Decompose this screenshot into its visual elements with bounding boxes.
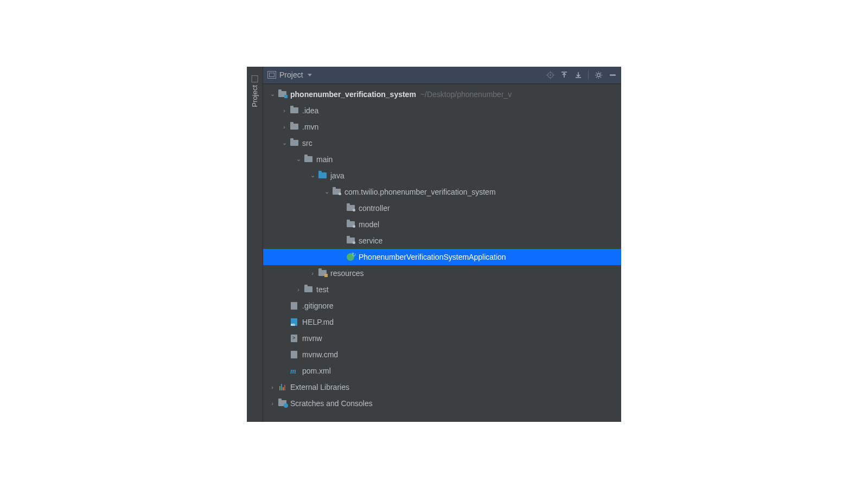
node-label: java — [330, 171, 344, 180]
folder-icon — [252, 75, 258, 82]
shell-file-icon — [289, 334, 299, 343]
node-label: .gitignore — [302, 301, 334, 310]
folder-icon — [289, 106, 299, 115]
module-folder-icon — [277, 90, 287, 99]
node-label: Scratches and Consoles — [290, 399, 373, 408]
node-label: src — [302, 139, 312, 147]
chevron-right-icon[interactable]: › — [280, 107, 288, 114]
collapse-all-icon[interactable] — [574, 70, 583, 79]
tree-node-src[interactable]: ⌄ src — [263, 135, 621, 151]
tree-node-pomxml[interactable]: › m pom.xml — [263, 363, 621, 379]
spring-class-icon — [346, 253, 355, 261]
project-tab-vertical[interactable]: Project — [251, 73, 259, 109]
svg-point-1 — [550, 74, 551, 76]
folder-icon — [303, 155, 313, 164]
tree-node-scratches[interactable]: › Scratches and Consoles — [263, 395, 621, 412]
chevron-down-icon[interactable]: ⌄ — [323, 188, 330, 195]
package-icon — [331, 188, 341, 196]
chevron-right-icon[interactable]: › — [269, 400, 276, 407]
source-folder-icon — [317, 171, 327, 180]
project-tool-window: Project Project — [247, 67, 621, 422]
tree-node-resources[interactable]: › resources — [263, 265, 621, 281]
package-icon — [346, 204, 355, 213]
left-toolwindow-stripe: Project — [247, 67, 263, 422]
tree-node-mvnw[interactable]: › mvnw — [263, 330, 621, 346]
tree-node-app-class[interactable]: › PhonenumberVerificationSystemApplicati… — [263, 249, 621, 265]
hide-icon[interactable] — [608, 70, 617, 79]
tree-node-mvnwcmd[interactable]: › mvnw.cmd — [263, 346, 621, 363]
tree-node-main[interactable]: ⌄ main — [263, 151, 621, 168]
package-icon — [346, 220, 355, 229]
node-path-hint: ~/Desktop/phonenumber_v — [420, 90, 512, 99]
node-label: pom.xml — [302, 367, 331, 375]
tree-node-root[interactable]: ⌄ phonenumber_verification_system ~/Desk… — [263, 86, 621, 102]
node-label: phonenumber_verification_system — [290, 90, 416, 99]
project-tree[interactable]: ⌄ phonenumber_verification_system ~/Desk… — [263, 84, 621, 422]
tree-node-mvn[interactable]: › .mvn — [263, 119, 621, 135]
node-label: com.twilio.phonenumber_verification_syst… — [344, 188, 496, 196]
tree-node-service[interactable]: › service — [263, 233, 621, 249]
expand-all-icon[interactable] — [560, 70, 569, 79]
node-label: test — [316, 285, 329, 294]
toolbar-title: Project — [279, 70, 303, 79]
chevron-down-icon[interactable]: ⌄ — [295, 156, 302, 163]
project-toolbar: Project — [263, 67, 621, 84]
chevron-right-icon[interactable]: › — [295, 286, 302, 293]
chevron-down-icon[interactable]: ⌄ — [269, 91, 276, 98]
node-label: controller — [359, 204, 390, 213]
locate-icon[interactable] — [546, 70, 554, 79]
toolbar-separator — [588, 70, 589, 80]
main-panel: Project — [263, 67, 621, 422]
libraries-icon — [277, 383, 287, 391]
gear-icon[interactable] — [594, 70, 603, 79]
node-label: main — [316, 155, 333, 164]
tab-label: Project — [251, 85, 259, 107]
tree-node-idea[interactable]: › .idea — [263, 102, 621, 119]
tree-node-package[interactable]: ⌄ com.twilio.phonenumber_verification_sy… — [263, 184, 621, 200]
node-label: mvnw — [302, 334, 322, 343]
node-label: .mvn — [302, 123, 318, 131]
folder-icon — [289, 139, 299, 147]
tree-node-java[interactable]: ⌄ java — [263, 168, 621, 184]
node-label: service — [359, 236, 382, 245]
tree-node-model[interactable]: › model — [263, 216, 621, 233]
markdown-file-icon — [289, 318, 299, 326]
scratches-icon — [277, 399, 287, 408]
node-label: HELP.md — [302, 318, 334, 326]
folder-icon — [303, 285, 313, 294]
project-view-icon — [267, 71, 276, 79]
tree-node-helpmd[interactable]: › HELP.md — [263, 314, 621, 330]
chevron-right-icon[interactable]: › — [280, 124, 288, 130]
toolbar-left: Project — [267, 70, 541, 79]
toolbar-right — [546, 70, 617, 80]
node-label: External Libraries — [290, 383, 349, 391]
node-label: .idea — [302, 106, 318, 115]
maven-file-icon: m — [289, 367, 299, 375]
view-dropdown-arrow[interactable] — [308, 74, 312, 76]
node-label: resources — [330, 269, 363, 278]
file-icon — [289, 350, 299, 359]
package-icon — [346, 236, 355, 245]
resources-folder-icon — [317, 269, 327, 278]
chevron-right-icon[interactable]: › — [269, 384, 276, 390]
folder-icon — [289, 123, 299, 131]
node-label: model — [359, 220, 379, 229]
tree-node-controller[interactable]: › controller — [263, 200, 621, 216]
file-icon — [289, 301, 299, 310]
tree-node-gitignore[interactable]: › .gitignore — [263, 298, 621, 314]
node-label: PhonenumberVerificationSystemApplication — [359, 253, 506, 261]
chevron-down-icon[interactable]: ⌄ — [280, 139, 288, 146]
tree-node-test[interactable]: › test — [263, 281, 621, 298]
svg-rect-10 — [610, 74, 616, 75]
node-label: mvnw.cmd — [302, 350, 338, 359]
chevron-down-icon[interactable]: ⌄ — [309, 172, 316, 179]
tree-node-external-libraries[interactable]: › External Libraries — [263, 379, 621, 395]
chevron-right-icon[interactable]: › — [309, 270, 316, 277]
